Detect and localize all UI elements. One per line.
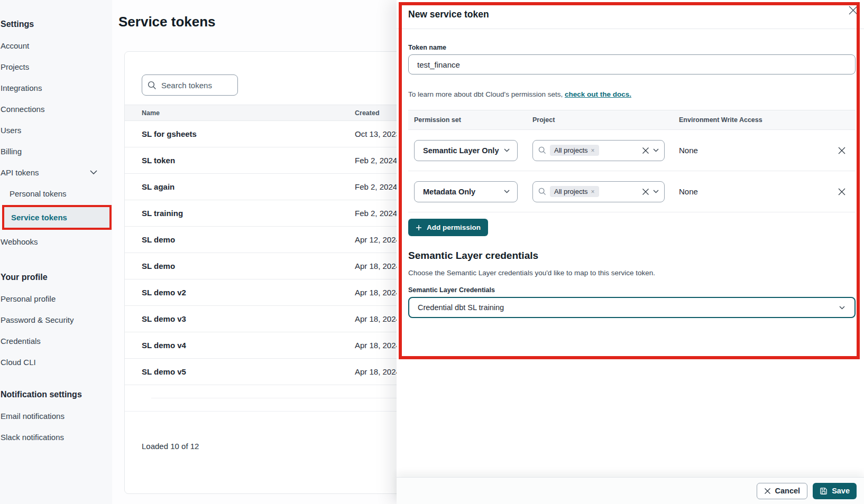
remove-chip-icon[interactable]: ×: [591, 188, 595, 195]
save-button[interactable]: Save: [813, 483, 857, 499]
delete-permission-icon[interactable]: [834, 184, 849, 199]
docs-link[interactable]: check out the docs.: [565, 90, 631, 98]
new-service-token-drawer: New service token Token name To learn mo…: [397, 0, 864, 504]
sidebar-item-cloud-cli[interactable]: Cloud CLI: [1, 351, 112, 372]
column-header-created: Created: [355, 109, 380, 117]
chevron-down-icon: [90, 170, 97, 174]
project-chip: All projects ×: [550, 186, 599, 197]
sidebar-item-users[interactable]: Users: [1, 119, 112, 141]
sidebar-item-credentials[interactable]: Credentials: [1, 330, 112, 351]
drawer-title: New service token: [408, 9, 489, 20]
sidebar-item-password-security[interactable]: Password & Security: [1, 309, 112, 330]
search-icon: [538, 146, 546, 154]
drawer-body: Token name To learn more about dbt Cloud…: [397, 29, 864, 477]
save-disk-icon: [820, 487, 828, 495]
permission-row: Metadata Only All projects ×: [408, 171, 856, 212]
clear-selection-icon[interactable]: [642, 147, 649, 154]
permission-set-select[interactable]: Semantic Layer Only: [414, 140, 518, 161]
permission-docs-text: To learn more about dbt Cloud's permissi…: [408, 90, 856, 98]
delete-permission-icon[interactable]: [834, 143, 849, 158]
semantic-layer-credentials-description: Choose the Semantic Layer credentials yo…: [408, 269, 856, 277]
close-icon[interactable]: [847, 4, 859, 16]
token-name-label: Token name: [408, 44, 856, 51]
sidebar-item-integrations[interactable]: Integrations: [1, 77, 112, 98]
chevron-down-icon[interactable]: [653, 190, 659, 193]
project-chip: All projects ×: [550, 145, 599, 156]
credentials-select[interactable]: Credential dbt SL training: [408, 297, 856, 318]
clear-selection-icon[interactable]: [642, 188, 649, 195]
credentials-select-label: Semantic Layer Credentials: [408, 286, 856, 294]
permission-row: Semantic Layer Only All projects ×: [408, 130, 856, 171]
permission-table-header: Permission set Project Environment Write…: [408, 110, 856, 130]
column-header-environment-write-access: Environment Write Access: [679, 116, 834, 124]
sidebar-item-personal-tokens[interactable]: Personal tokens: [1, 183, 112, 204]
sidebar-item-service-tokens[interactable]: Service tokens: [4, 207, 109, 228]
add-permission-button[interactable]: Add permission: [408, 219, 488, 236]
sidebar-item-slack-notifications[interactable]: Slack notifications: [1, 426, 112, 447]
sidebar-item-webhooks[interactable]: Webhooks: [1, 231, 112, 252]
drawer-header: New service token: [397, 0, 864, 29]
search-icon: [538, 188, 546, 195]
sidebar-item-projects[interactable]: Projects: [1, 56, 112, 77]
remove-chip-icon[interactable]: ×: [591, 147, 595, 154]
search-tokens-box: [142, 74, 238, 96]
annotation-box-service-tokens: Service tokens: [2, 205, 112, 230]
search-input[interactable]: [161, 81, 225, 90]
chevron-down-icon: [504, 148, 510, 152]
search-icon: [148, 81, 157, 90]
project-multiselect[interactable]: All projects ×: [532, 181, 665, 202]
column-header-permission-set: Permission set: [414, 116, 532, 124]
page-title: Service tokens: [118, 14, 216, 30]
sidebar-item-api-tokens[interactable]: API tokens: [1, 162, 112, 183]
chevron-down-icon: [839, 306, 845, 310]
sidebar-item-personal-profile[interactable]: Personal profile: [1, 288, 112, 309]
sidebar-section-notification-settings: Notification settings: [1, 384, 112, 405]
sidebar-section-your-profile: Your profile: [1, 267, 112, 288]
cancel-button[interactable]: Cancel: [757, 483, 808, 499]
column-header-name: Name: [125, 109, 160, 117]
sidebar-item-account[interactable]: Account: [1, 35, 112, 56]
permission-set-select[interactable]: Metadata Only: [414, 181, 518, 202]
close-icon: [764, 488, 771, 494]
environment-write-access-value: None: [679, 187, 834, 196]
chevron-down-icon[interactable]: [653, 148, 659, 152]
environment-write-access-value: None: [679, 146, 834, 155]
chevron-down-icon: [504, 190, 510, 193]
token-name-input[interactable]: [408, 54, 856, 74]
semantic-layer-credentials-heading: Semantic Layer credentials: [408, 250, 856, 262]
settings-sidebar: Settings Account Projects Integrations C…: [0, 0, 112, 504]
drawer-footer: Cancel Save: [397, 477, 864, 504]
project-multiselect[interactable]: All projects ×: [532, 140, 665, 161]
sidebar-item-email-notifications[interactable]: Email notifications: [1, 405, 112, 426]
column-header-project: Project: [532, 116, 679, 124]
sidebar-item-connections[interactable]: Connections: [1, 98, 112, 119]
plus-icon: [416, 225, 422, 231]
sidebar-section-settings: Settings: [1, 14, 112, 35]
sidebar-item-billing[interactable]: Billing: [1, 141, 112, 162]
